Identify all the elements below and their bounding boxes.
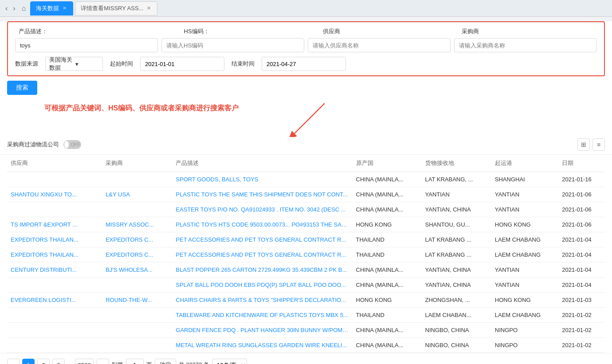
filter-left: 采购商过滤物流公司 OFF xyxy=(7,140,81,149)
search-button[interactable]: 搜索 xyxy=(7,81,37,95)
cell-buyer[interactable]: BJ'S WHOLESA... xyxy=(102,262,172,278)
goto-label: 到第 xyxy=(112,361,123,364)
prev-page-btn[interactable]: ‹ xyxy=(7,359,20,364)
buyer-input[interactable] xyxy=(454,38,597,52)
filter-toggle[interactable]: OFF xyxy=(63,140,81,149)
cell-product[interactable]: EASTER TOYS P/O NO. QA91024933 . ITEM NO… xyxy=(172,202,352,217)
grid-view-btn[interactable]: ⊞ xyxy=(577,138,590,151)
cell-dest: NINGBO, CHINA xyxy=(422,323,491,338)
filter-right: ⊞ ≡ xyxy=(577,138,605,151)
cell-buyer[interactable]: EXPEDITORS C... xyxy=(102,232,172,247)
cell-supplier[interactable] xyxy=(7,278,102,293)
tab-bar: ‹ › ⌂ 海关数据 ✕ 详情查看MISSRY ASS... ✕ xyxy=(0,0,612,17)
cell-product[interactable]: PLASTIC TOYS HTS CODE 9503.00.0073... PO… xyxy=(172,217,352,232)
cell-buyer[interactable] xyxy=(102,323,172,338)
cell-date: 2021-01-02 xyxy=(558,338,605,353)
cell-product[interactable]: PLASTIC TOYS THE SAME THIS SHIPMENT DOES… xyxy=(172,187,352,202)
goto-page-input[interactable] xyxy=(126,359,144,364)
tab-customs-data[interactable]: 海关数据 ✕ xyxy=(30,1,73,16)
cell-port: HONG KONG xyxy=(491,217,558,232)
datasource-select[interactable]: 美国海关数据 ▾ xyxy=(45,57,103,71)
back-btn[interactable]: ‹ xyxy=(4,4,9,12)
tab-close-btn[interactable]: ✕ xyxy=(62,5,67,11)
page-3-btn[interactable]: 3 xyxy=(52,359,65,364)
product-label: 产品描述： xyxy=(15,27,180,35)
tab-detail[interactable]: 详情查看MISSRY ASS... ✕ xyxy=(75,1,157,16)
cell-date: 2021-01-06 xyxy=(558,202,605,217)
main-content: 产品描述： HS编码： 供应商 采购商 数据来源 美国海关数据 ▾ 起始时间 结… xyxy=(0,21,612,364)
cell-origin: CHINA (MAINLA... xyxy=(353,338,422,353)
cell-buyer[interactable]: MISSRY ASSOC... xyxy=(102,217,172,232)
tab-label: 海关数据 xyxy=(36,4,59,12)
cell-product[interactable]: CHAIRS CHAIRS & PARTS & TOYS "SHIPPER'S … xyxy=(172,293,352,308)
data-table: 供应商 采购商 产品描述 原产国 货物接收地 起运港 日期 SPORT GOOD… xyxy=(7,155,605,353)
cell-port: SHANGHAI xyxy=(491,172,558,187)
cell-port: LAEM CHABANG xyxy=(491,247,558,262)
cell-buyer[interactable]: ROUND-THE-W... xyxy=(102,293,172,308)
table-row: TS IMPORT &EXPORT ...MISSRY ASSOC...PLAS… xyxy=(7,217,605,232)
page-2-btn[interactable]: 2 xyxy=(37,359,50,364)
cell-buyer[interactable]: L&Y USA xyxy=(102,187,172,202)
cell-buyer[interactable] xyxy=(102,172,172,187)
col-product: 产品描述 xyxy=(172,155,352,172)
cell-origin: CHINA (MAINLA... xyxy=(353,172,422,187)
table-row: EXPEDITORS THAILAN...EXPEDITORS C...PET … xyxy=(7,232,605,247)
cell-supplier[interactable] xyxy=(7,172,102,187)
cell-product[interactable]: BLAST POPPER 265 CARTON 2729.499KG 35.43… xyxy=(172,262,352,278)
cell-buyer[interactable] xyxy=(102,308,172,323)
end-date-input[interactable] xyxy=(262,57,346,71)
cell-product[interactable]: PET ACCESSORIES AND PET TOYS GENERAL CON… xyxy=(172,247,352,262)
cell-buyer[interactable] xyxy=(102,278,172,293)
cell-dest: LAEM CHABAN... xyxy=(422,308,491,323)
list-view-btn[interactable]: ≡ xyxy=(592,138,605,151)
hint-area: 可根据产品关键词、HS编码、供应商或者采购商进行搜索客户 xyxy=(0,99,612,135)
cell-supplier[interactable]: EXPEDITORS THAILAN... xyxy=(7,232,102,247)
cell-buyer[interactable] xyxy=(102,338,172,353)
cell-dest: ZHONGSHAN, ... xyxy=(422,293,491,308)
cell-buyer[interactable]: EXPEDITORS C... xyxy=(102,247,172,262)
cell-date: 2021-01-04 xyxy=(558,278,605,293)
start-date-input[interactable] xyxy=(140,57,224,71)
cell-supplier[interactable]: SHANTOU XINGXU TO... xyxy=(7,187,102,202)
cell-supplier[interactable]: CENTURY DISTRIBUTI... xyxy=(7,262,102,278)
cell-supplier[interactable] xyxy=(7,308,102,323)
cell-product[interactable]: SPLAT BALL POO DOOH EBS PDQ(P) SPLAT BAL… xyxy=(172,278,352,293)
tab-close-btn[interactable]: ✕ xyxy=(146,5,152,11)
goto-confirm-btn[interactable]: 确定 xyxy=(155,359,176,364)
home-btn[interactable]: ⌂ xyxy=(19,4,29,12)
last-page-btn[interactable]: 2568 xyxy=(75,359,94,364)
toggle-label: OFF xyxy=(71,142,80,147)
col-supplier: 供应商 xyxy=(7,155,102,172)
cell-supplier[interactable] xyxy=(7,338,102,353)
cell-product[interactable]: SPORT GOODS, BALLS, TOYS xyxy=(172,172,352,187)
cell-product[interactable]: GARDEN FENCE PDQ . PLANT HANGER 30IN BUN… xyxy=(172,323,352,338)
cell-port: YANTIAN xyxy=(491,262,558,278)
page-1-btn[interactable]: 1 xyxy=(22,359,35,364)
cell-supplier[interactable]: EXPEDITORS THAILAN... xyxy=(7,247,102,262)
total-text: 共 33373 条 xyxy=(179,361,209,364)
cell-supplier[interactable]: EVERGREEN LOGISTI... xyxy=(7,293,102,308)
forward-btn[interactable]: › xyxy=(11,4,17,12)
product-input[interactable] xyxy=(15,38,158,52)
hs-input[interactable] xyxy=(161,38,304,52)
cell-product[interactable]: PET ACCESSORIES AND PET TOYS GENERAL CON… xyxy=(172,232,352,247)
cell-supplier[interactable] xyxy=(7,323,102,338)
next-page-btn[interactable]: › xyxy=(97,359,109,364)
cell-port: LAEM CHABANG xyxy=(491,308,558,323)
filter-row: 采购商过滤物流公司 OFF ⊞ ≡ xyxy=(0,135,612,155)
cell-product[interactable]: TABLEWARE AND KITCHENWARE OF PLASTICS TO… xyxy=(172,308,352,323)
page-size-select[interactable]: 10条/页 20条/页 50条/页 xyxy=(212,359,247,364)
table-row: GARDEN FENCE PDQ . PLANT HANGER 30IN BUN… xyxy=(7,323,605,338)
cell-supplier[interactable]: TS IMPORT &EXPORT ... xyxy=(7,217,102,232)
cell-origin: HONG KONG xyxy=(353,293,422,308)
supplier-input[interactable] xyxy=(308,38,451,52)
table-row: SHANTOU XINGXU TO...L&Y USAPLASTIC TOYS … xyxy=(7,187,605,202)
col-port: 起运港 xyxy=(491,155,558,172)
cell-port: HONG KONG xyxy=(491,293,558,308)
cell-buyer[interactable] xyxy=(102,202,172,217)
cell-product[interactable]: METAL WREATH RING SUNGLASSES GARDEN WIRE… xyxy=(172,338,352,353)
cell-supplier[interactable] xyxy=(7,202,102,217)
cell-port: YANTIAN xyxy=(491,187,558,202)
cell-date: 2021-01-02 xyxy=(558,323,605,338)
toggle-knob xyxy=(64,141,69,148)
